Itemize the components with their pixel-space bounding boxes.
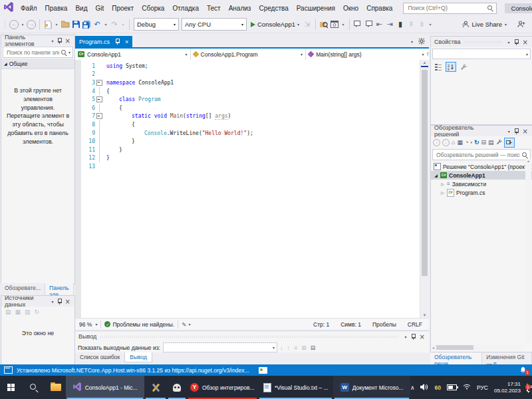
code-window-dropdown[interactable]: ▾ — [340, 19, 346, 31]
eol-indicator[interactable]: CRLF — [408, 321, 422, 328]
menu-window[interactable]: Окно — [339, 5, 362, 12]
menu-help[interactable]: Справка — [362, 5, 396, 12]
solution-platforms-combo[interactable]: Any CPU▾ — [182, 18, 247, 31]
language-indicator[interactable]: РУС — [477, 384, 488, 391]
project-dropdown[interactable]: ConsoleApp1▾ — [75, 49, 191, 60]
start-debugging-button[interactable]: ConsoleApp1 ▾ — [251, 21, 299, 28]
properties-menu-dropdown[interactable]: ▾ — [506, 40, 512, 45]
output-source-combo[interactable]: ▾ — [163, 342, 277, 352]
expander-icon[interactable]: ◢ — [434, 173, 438, 178]
output-grip[interactable] — [100, 335, 399, 338]
menu-test[interactable]: Тест — [203, 5, 225, 12]
breakpoint-margin[interactable] — [75, 60, 81, 318]
keep-open-pin-icon[interactable] — [504, 138, 515, 148]
member-dropdown[interactable]: Main(string[] args)▾ — [306, 49, 426, 60]
pin-icon[interactable] — [115, 39, 120, 45]
background-task-icon[interactable] — [259, 367, 267, 374]
tab-toolbox[interactable]: Панель эле... — [45, 283, 74, 295]
new-project-dropdown[interactable]: ▾ — [54, 19, 59, 31]
taskbar-word[interactable]: Документ Microso... — [333, 376, 410, 399]
column-indicator[interactable]: Симв: 1 — [340, 321, 361, 328]
back-icon[interactable]: ‹ — [433, 139, 440, 146]
pending-changes-filter-icon[interactable]: ◔ — [465, 139, 468, 146]
navigate-forward-button[interactable]: → — [27, 19, 36, 31]
redo-dropdown[interactable]: ▾ — [120, 19, 126, 31]
output-menu-dropdown[interactable]: ▾ — [403, 334, 409, 339]
tab-output[interactable]: Вывод — [124, 352, 152, 362]
decrease-indent-button[interactable]: ⇤ — [374, 19, 384, 31]
close-icon[interactable]: × — [63, 298, 72, 305]
bookmark-button[interactable]: ▮ — [396, 19, 405, 31]
titlebar-project-badge[interactable]: ConsoleApp1 — [505, 3, 532, 13]
prev-message-icon[interactable]: ↑ — [287, 344, 290, 351]
open-file-button[interactable] — [61, 19, 70, 31]
save-all-button[interactable] — [82, 19, 91, 31]
solution-horizontal-scrollbar[interactable]: ◄ — [432, 344, 524, 350]
suggestions-dropdown[interactable]: ▾ — [188, 322, 190, 327]
clock[interactable]: 17:31 05.02.2023 — [494, 381, 521, 394]
taskbar-tools-app[interactable] — [144, 376, 167, 399]
toggle-output-icon[interactable]: ⊟ — [311, 344, 316, 351]
menu-extensions[interactable]: Расширения — [293, 5, 339, 12]
word-wrap-icon[interactable]: ⊞ — [301, 344, 307, 351]
quick-search-box[interactable] — [403, 3, 497, 14]
gear-icon[interactable] — [418, 35, 425, 47]
notifications-bell-button[interactable]: 1 — [519, 366, 527, 374]
taskbar-visual-studio[interactable]: ConsoleApp1 - Mic... — [66, 376, 144, 399]
expander-icon[interactable]: ▷ — [440, 190, 445, 195]
new-project-button[interactable] — [43, 19, 53, 31]
refresh-icon[interactable]: ↻ — [35, 309, 40, 315]
file-explorer-button[interactable] — [45, 376, 66, 399]
tree-item-program-cs[interactable]: ▷ Program.cs — [431, 188, 532, 197]
tab-program-cs[interactable]: Program.cs × — [75, 36, 132, 47]
collapse-all-icon[interactable]: ⊟ — [481, 139, 486, 146]
categorized-icon[interactable] — [434, 63, 443, 71]
menu-view[interactable]: Вид — [71, 5, 91, 12]
pin-icon[interactable] — [57, 38, 61, 44]
find-message-icon[interactable]: ↓ — [280, 344, 283, 351]
taskbar-yandex-browser[interactable]: Обзор интегриров... — [187, 376, 258, 399]
navigate-backward-button[interactable]: ← — [9, 19, 19, 31]
taskbar-search-button[interactable] — [23, 376, 45, 399]
comment-button[interactable] — [353, 19, 362, 31]
tree-item-project[interactable]: ◢ ConsoleApp1 — [431, 171, 532, 180]
next-bookmark-button[interactable]: ⇟ — [417, 19, 426, 31]
expander-icon[interactable]: ▷ — [440, 182, 445, 186]
menu-tools[interactable]: Средства — [255, 5, 292, 12]
tree-item-dependencies[interactable]: ▷ ≡ Зависимости — [431, 180, 532, 188]
active-files-dropdown[interactable]: ▾ — [411, 39, 413, 44]
menu-file[interactable]: Файл — [17, 5, 41, 12]
pin-icon[interactable] — [514, 39, 519, 45]
tab-solution-explorer-left[interactable]: Обозревате... — [1, 283, 45, 295]
live-share-button[interactable]: Live Share ▾ — [462, 21, 532, 28]
scroll-down-icon[interactable]: ▼ — [423, 313, 427, 317]
undo-button[interactable]: ↶ — [92, 19, 102, 31]
output-window-icon[interactable] — [4, 366, 13, 374]
code-editor[interactable]: 1using System;23namespace ConsoleApp14{5… — [75, 60, 429, 318]
redo-button[interactable]: ↷ — [110, 19, 119, 31]
scroll-up-icon[interactable]: ▲ — [423, 61, 427, 65]
properties-wrench-icon[interactable] — [496, 139, 502, 146]
menu-analyze[interactable]: Анализ — [225, 5, 255, 12]
uncomment-button[interactable] — [364, 19, 373, 31]
tab-error-list[interactable]: Список ошибок — [75, 352, 124, 362]
close-icon[interactable]: × — [521, 128, 530, 135]
tray-expand-icon[interactable]: ∧ — [410, 384, 415, 391]
menu-project[interactable]: Проект — [108, 5, 138, 12]
solution-vertical-scrollbar[interactable]: ▲ — [525, 159, 531, 342]
suggestions-icon[interactable]: ✎ — [182, 321, 186, 328]
volume-icon[interactable] — [420, 384, 428, 392]
clear-all-icon[interactable]: ≡ — [294, 344, 297, 351]
taskbar-notepad[interactable]: *Visual Studio.txt – ... — [258, 376, 333, 399]
code-lines[interactable]: 1using System;23namespace ConsoleApp14{5… — [81, 60, 420, 318]
solution-explorer-menu-dropdown[interactable]: ▾ — [506, 129, 512, 134]
home-icon[interactable]: ⌂ — [452, 139, 455, 146]
filter-dropdown[interactable]: ▾ — [470, 140, 472, 144]
hot-reload-button[interactable]: ⇲ — [303, 19, 312, 31]
type-dropdown[interactable]: ConsoleApp1.Program▾ — [191, 49, 307, 60]
toolbar-grip[interactable] — [4, 19, 7, 30]
pin-icon[interactable] — [514, 128, 519, 134]
line-indicator[interactable]: Стр: 1 — [313, 321, 329, 328]
scrollbar-thumb[interactable] — [422, 70, 428, 276]
increase-indent-button[interactable]: ⇥ — [385, 19, 394, 31]
